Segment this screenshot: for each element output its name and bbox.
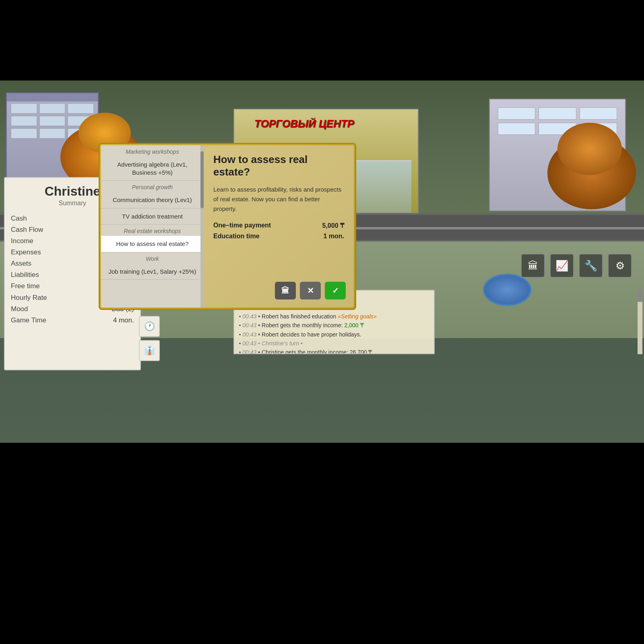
stat-hourlyrate-label: Hourly Rate — [11, 294, 47, 302]
list-scroll-thumb — [200, 151, 204, 208]
workshop-item-advertising[interactable]: Advertising algebra (Lev1, Business +5%) — [101, 157, 204, 181]
stat-expenses-label: Expenses — [11, 248, 41, 256]
log-scroll-thumb — [638, 290, 642, 302]
category-work: Work — [101, 252, 204, 264]
stat-gametime: Game Time 4 mon. — [11, 315, 134, 326]
modal-buttons: 🏛 ✕ ✓ — [275, 282, 346, 299]
log-entry-7: • 00:43 • Christine gets the monthly inc… — [239, 348, 429, 354]
wrench-button[interactable]: 🔧 — [579, 254, 603, 278]
modal-inner: Marketing workshops Advertising algebra … — [101, 145, 354, 308]
tree-right-top — [557, 123, 622, 175]
bank-button[interactable]: 🏛 — [521, 254, 545, 278]
log-entry-5: • 00:43 • Robert decides to have proper … — [239, 330, 429, 339]
workshop-item-jobtraining[interactable]: Job training (Lev1, Salary +25%) — [101, 264, 204, 280]
building-roof — [7, 93, 98, 101]
stat-education-time: Education time 1 mon. — [213, 233, 344, 240]
museum-button[interactable]: 🏛 — [275, 282, 296, 299]
workshop-list: Marketing workshops Advertising algebra … — [101, 145, 204, 308]
stat-payment: One–time payment 5,000 ₸ — [213, 222, 344, 229]
settings-button[interactable]: ⚙ — [608, 254, 632, 278]
category-realestate: Real estate workshops — [101, 225, 204, 236]
category-marketing: Marketing workshops — [101, 145, 204, 157]
list-scrollbar[interactable] — [200, 145, 204, 308]
workshop-modal: Marketing workshops Advertising algebra … — [99, 143, 356, 310]
workshop-item-assess[interactable]: How to assess real estate? — [101, 236, 204, 252]
stat-assets-label: Assets — [11, 260, 31, 268]
payment-label: One–time payment — [213, 222, 271, 229]
payment-value: 5,000 ₸ — [322, 222, 344, 229]
stat-liabilities-label: Liabilities — [11, 271, 39, 279]
stat-cash-label: Cash — [11, 215, 27, 223]
cancel-button[interactable]: ✕ — [300, 282, 321, 299]
stat-gametime-value: 4 mon. — [113, 316, 134, 324]
log-entry-4: • 00:43 • Robert gets the monthly income… — [239, 321, 429, 330]
log-entry-6: • 00:43 • Christine's turn • — [239, 339, 429, 348]
workshop-item-communication[interactable]: Communication theory (Lev1) — [101, 192, 204, 208]
right-toolbar: 🏛 📈 🔧 ⚙ — [521, 254, 632, 278]
stat-gametime-label: Game Time — [11, 316, 46, 324]
category-personal-growth: Personal growth — [101, 181, 204, 192]
black-bottom-bar — [0, 443, 644, 644]
black-top-bar — [0, 0, 644, 80]
detail-panel: How to assess real estate? Learn to asse… — [204, 145, 354, 308]
education-time-value: 1 mon. — [323, 233, 344, 240]
sidebar-icon-buttons: 🕐 👔 — [139, 316, 163, 361]
stat-cashflow-label: Cash Flow — [11, 226, 43, 234]
chart-button[interactable]: 📈 — [550, 254, 574, 278]
workshop-stats: One–time payment 5,000 ₸ Education time … — [213, 222, 344, 240]
workshop-title: How to assess real estate? — [213, 153, 344, 178]
tie-button[interactable]: 👔 — [139, 340, 160, 361]
education-time-label: Education time — [213, 233, 260, 240]
log-scrollbar[interactable] — [638, 290, 642, 354]
log-entry-3: • 00:43 • Robert has finished education … — [239, 312, 429, 321]
workshop-description: Learn to assess profitability, risks and… — [213, 185, 344, 214]
confirm-button[interactable]: ✓ — [325, 282, 346, 299]
workshop-item-tv[interactable]: TV addiction treatment — [101, 208, 204, 225]
fountain — [483, 274, 531, 306]
stat-freetime-label: Free time — [11, 282, 40, 290]
clock-button[interactable]: 🕐 — [139, 316, 160, 337]
stat-mood-label: Mood — [11, 305, 28, 313]
mall-sign: ТОРГОВЫЙ ЦЕНТР — [254, 118, 354, 130]
stat-income-label: Income — [11, 237, 33, 245]
